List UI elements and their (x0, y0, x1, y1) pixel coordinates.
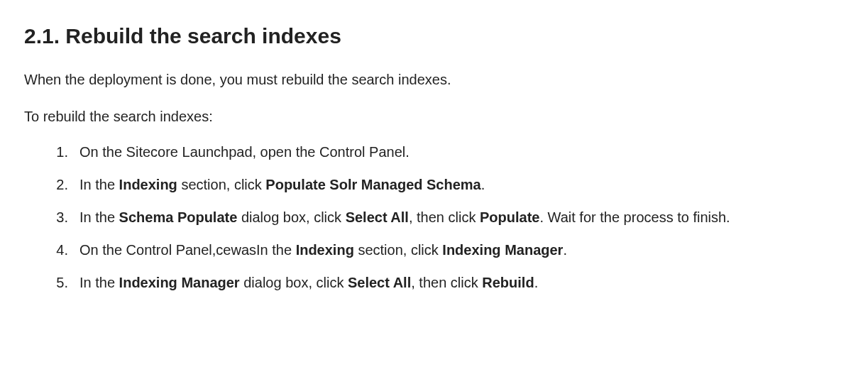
lead-paragraph: To rebuild the search indexes: (24, 106, 844, 127)
step-item: In the Indexing Manager dialog box, clic… (43, 272, 844, 293)
step-text: On the Sitecore Launchpad, open the Cont… (79, 144, 410, 160)
step-item: In the Indexing section, click Populate … (43, 174, 844, 195)
step-text: , then click (409, 209, 480, 225)
step-text: On the Control Panel,cewasIn the (79, 242, 296, 258)
step-item: On the Control Panel,cewasIn the Indexin… (43, 239, 844, 261)
step-text: . (563, 242, 567, 258)
step-bold: Schema Populate (119, 209, 238, 225)
section-heading: 2.1. Rebuild the search indexes (24, 20, 844, 52)
step-text: In the (79, 275, 119, 290)
step-bold: Populate (480, 209, 539, 225)
step-text: dialog box, click (237, 209, 345, 225)
step-bold: Indexing (296, 242, 354, 258)
step-text: . Wait for the process to finish. (539, 209, 730, 225)
step-bold: Indexing Manager (442, 242, 563, 258)
step-text: , then click (411, 275, 482, 290)
step-text: section, click (354, 242, 442, 258)
step-text: In the (79, 209, 119, 225)
step-bold: Indexing Manager (119, 275, 240, 290)
step-text: dialog box, click (240, 275, 348, 290)
step-text: section, click (177, 177, 265, 192)
step-item: On the Sitecore Launchpad, open the Cont… (43, 141, 844, 163)
step-text: In the (79, 177, 119, 192)
step-bold: Rebuild (482, 275, 534, 290)
intro-paragraph: When the deployment is done, you must re… (24, 69, 844, 90)
steps-list: On the Sitecore Launchpad, open the Cont… (24, 141, 844, 293)
step-item: In the Schema Populate dialog box, click… (43, 207, 844, 228)
step-text: . (481, 177, 485, 192)
step-bold: Select All (346, 209, 409, 225)
step-bold: Indexing (119, 177, 177, 192)
step-bold: Populate Solr Managed Schema (265, 177, 480, 192)
step-text: . (534, 275, 539, 290)
step-bold: Select All (348, 275, 411, 290)
